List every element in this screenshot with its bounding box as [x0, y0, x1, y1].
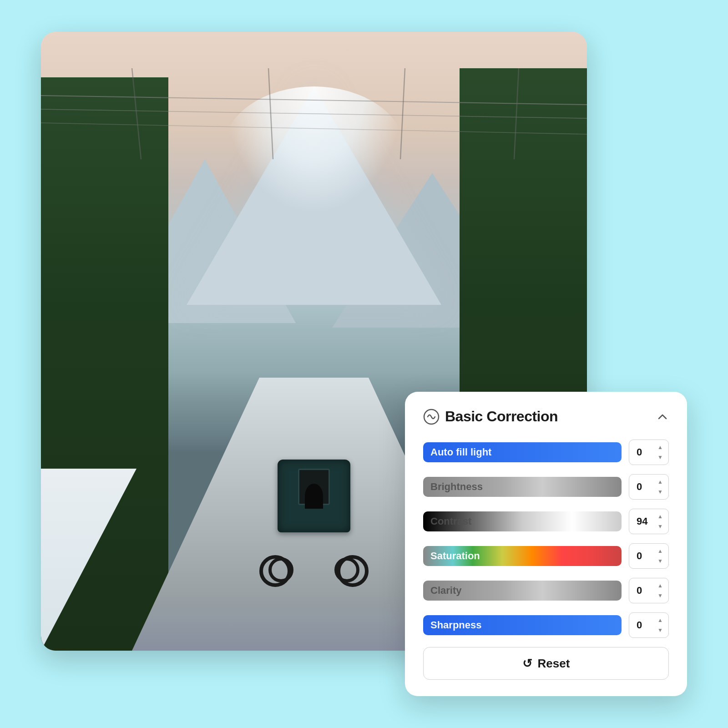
reset-label: Reset — [538, 657, 570, 671]
value-num-contrast: 94 — [637, 516, 647, 527]
main-container: Basic Correction Auto fill light0▲▼Brigh… — [41, 32, 687, 696]
carriage-window — [298, 469, 330, 505]
chevron-up-icon[interactable] — [656, 410, 669, 423]
carriage — [255, 441, 373, 587]
spinner-up-saturation[interactable]: ▲ — [656, 546, 665, 556]
slider-label-saturation: Saturation — [430, 550, 480, 562]
control-row-auto-fill-light: Auto fill light0▲▼ — [423, 440, 669, 465]
control-row-contrast: Contrast94▲▼ — [423, 509, 669, 534]
spinner-down-contrast[interactable]: ▼ — [656, 522, 665, 531]
spinner-up-clarity[interactable]: ▲ — [656, 581, 665, 590]
spinner-up-contrast[interactable]: ▲ — [656, 512, 665, 521]
control-row-saturation: Saturation0▲▼ — [423, 543, 669, 569]
slider-sharpness[interactable]: Sharpness — [423, 615, 622, 635]
value-num-clarity: 0 — [637, 585, 642, 597]
wheel-back-left — [268, 557, 293, 582]
slider-label-contrast: Contrast — [430, 516, 471, 527]
controls-container: Auto fill light0▲▼Brightness0▲▼Contrast9… — [423, 440, 669, 638]
panel-header-left: Basic Correction — [423, 408, 558, 425]
spinner-down-sharpness[interactable]: ▼ — [656, 626, 665, 635]
slider-brightness[interactable]: Brightness — [423, 477, 622, 497]
slider-clarity[interactable]: Clarity — [423, 581, 622, 601]
slider-saturation[interactable]: Saturation — [423, 546, 622, 566]
value-num-brightness: 0 — [637, 481, 642, 493]
panel-title: Basic Correction — [445, 408, 558, 425]
value-box-auto-fill-light: 0▲▼ — [629, 440, 669, 465]
spinner-down-brightness[interactable]: ▼ — [656, 487, 665, 496]
spinner-auto-fill-light: ▲▼ — [656, 443, 665, 462]
spinner-up-sharpness[interactable]: ▲ — [656, 616, 665, 625]
slider-label-sharpness: Sharpness — [430, 619, 482, 631]
spinner-sharpness: ▲▼ — [656, 616, 665, 635]
value-num-auto-fill-light: 0 — [637, 446, 642, 458]
slider-label-clarity: Clarity — [430, 585, 461, 597]
wheel-back-right — [334, 557, 359, 582]
slider-contrast[interactable]: Contrast — [423, 511, 622, 531]
reset-icon: ↺ — [522, 657, 532, 671]
value-box-clarity: 0▲▼ — [629, 578, 669, 603]
panel-header: Basic Correction — [423, 408, 669, 425]
value-num-saturation: 0 — [637, 550, 642, 562]
control-row-brightness: Brightness0▲▼ — [423, 474, 669, 500]
correction-panel: Basic Correction Auto fill light0▲▼Brigh… — [405, 392, 687, 696]
value-num-sharpness: 0 — [637, 619, 642, 631]
spinner-up-brightness[interactable]: ▲ — [656, 477, 665, 486]
control-row-clarity: Clarity0▲▼ — [423, 578, 669, 603]
spinner-down-clarity[interactable]: ▼ — [656, 591, 665, 600]
spinner-down-saturation[interactable]: ▼ — [656, 556, 665, 566]
spinner-brightness: ▲▼ — [656, 477, 665, 496]
value-box-saturation: 0▲▼ — [629, 543, 669, 569]
spinner-saturation: ▲▼ — [656, 546, 665, 566]
spinner-up-auto-fill-light[interactable]: ▲ — [656, 443, 665, 452]
spinner-clarity: ▲▼ — [656, 581, 665, 600]
carriage-silhouette — [305, 484, 323, 509]
value-box-brightness: 0▲▼ — [629, 474, 669, 500]
slider-auto-fill-light[interactable]: Auto fill light — [423, 442, 622, 462]
carriage-body — [278, 460, 350, 532]
slider-label-auto-fill-light: Auto fill light — [430, 446, 491, 458]
spinner-down-auto-fill-light[interactable]: ▼ — [656, 453, 665, 462]
value-box-contrast: 94▲▼ — [629, 509, 669, 534]
correction-icon — [423, 409, 440, 425]
value-box-sharpness: 0▲▼ — [629, 612, 669, 638]
snow-overlay — [223, 86, 405, 214]
reset-button[interactable]: ↺ Reset — [423, 647, 669, 680]
slider-label-brightness: Brightness — [430, 481, 483, 493]
control-row-sharpness: Sharpness0▲▼ — [423, 612, 669, 638]
spinner-contrast: ▲▼ — [656, 512, 665, 531]
